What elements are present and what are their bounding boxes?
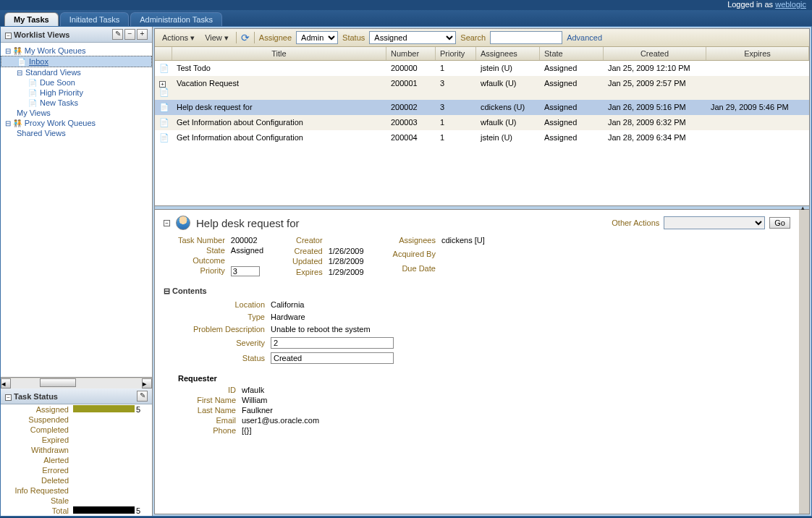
acquired-by-value xyxy=(441,250,485,262)
problem-value: Unable to reboot the system xyxy=(271,325,790,334)
outcome-label: Outcome xyxy=(178,256,225,265)
severity-input[interactable] xyxy=(271,337,394,349)
state-label: State xyxy=(178,246,225,255)
status-row-deleted: Deleted xyxy=(1,475,152,485)
col-expires[interactable]: Expires xyxy=(706,47,809,60)
doc-icon: 📄 xyxy=(28,99,37,107)
go-button[interactable]: Go xyxy=(769,217,790,229)
assignees-label: Assignees xyxy=(393,236,436,248)
sidebar-item-my-views[interactable]: My Views xyxy=(1,108,152,118)
main-tabs: My Tasks Initiated Tasks Administration … xyxy=(0,10,812,26)
row-doc-icon: 📄 xyxy=(159,88,169,96)
queue-icon: ⊟ 🧑‍🤝‍🧑 xyxy=(5,119,22,127)
table-row[interactable]: 📄 Get Information about Configuration200… xyxy=(155,130,809,145)
col-number[interactable]: Number xyxy=(386,47,436,60)
updated-label: Updated xyxy=(292,257,323,266)
type-label: Type xyxy=(178,313,265,321)
status-row-total: Total5 xyxy=(1,506,152,516)
sidebar-hscroll[interactable]: ◂ ▸ xyxy=(1,377,152,388)
other-actions-select[interactable] xyxy=(664,216,765,229)
row-doc-icon: 📄 xyxy=(159,118,169,127)
priority-input[interactable] xyxy=(231,266,260,276)
sidebar-item-my-work-queues[interactable]: ⊟ 🧑‍🤝‍🧑My Work Queues xyxy=(1,46,152,56)
sidebar-item-due-soon[interactable]: 📄Due Soon xyxy=(1,77,152,88)
requester-firstname-label: First Name xyxy=(178,396,236,404)
created-label: Created xyxy=(292,247,323,256)
sidebar-item-shared-views[interactable]: Shared Views xyxy=(1,128,152,138)
person-icon xyxy=(176,216,190,230)
status-select[interactable]: Assigned xyxy=(369,31,456,44)
requester-email-value: user1@us.oracle.com xyxy=(242,416,790,425)
collapse-icon[interactable]: − xyxy=(5,394,12,401)
requester-email-label: Email xyxy=(178,416,236,425)
table-row[interactable]: 📄 Get Information about Configuration200… xyxy=(155,115,809,130)
task-toolbar: Actions ▾ View ▾ ⟳ Assignee Admin Status… xyxy=(155,29,809,47)
status-row-withdrawn: Withdrawn xyxy=(1,445,152,455)
toolbar-separator xyxy=(236,32,237,43)
col-title[interactable]: Title xyxy=(172,47,386,60)
doc-icon: 📄 xyxy=(17,58,26,66)
sidebar-item-new-tasks[interactable]: 📄New Tasks xyxy=(1,98,152,108)
table-row[interactable]: 📄 Help desk request for2000023cdickens (… xyxy=(155,100,809,115)
edit-icon[interactable]: ✎ xyxy=(112,29,123,40)
task-rows: 📄 Test Todo2000001jstein (U)AssignedJan … xyxy=(155,61,809,205)
priority-label: Priority xyxy=(178,266,225,276)
col-assignees[interactable]: Assignees xyxy=(476,47,540,60)
scroll-left-icon[interactable]: ◂ xyxy=(1,378,11,388)
severity-label: Severity xyxy=(178,339,265,347)
requester-id-value: wfaulk xyxy=(242,386,790,394)
toolbar-separator xyxy=(254,32,255,43)
status-row-assigned: Assigned5 xyxy=(1,404,152,415)
actions-menu[interactable]: Actions ▾ xyxy=(159,33,198,43)
sidebar-item-standard-views[interactable]: ⊟Standard Views xyxy=(1,67,152,77)
location-value: California xyxy=(271,300,790,309)
sidebar-item-inbox[interactable]: 📄Inbox xyxy=(1,56,152,67)
content-status-input[interactable] xyxy=(271,352,394,364)
task-detail: − Help desk request for Other Actions Go… xyxy=(155,210,809,514)
col-created[interactable]: Created xyxy=(604,47,706,60)
collapse-icon[interactable]: − xyxy=(164,220,170,226)
expand-icon[interactable]: + xyxy=(159,81,166,88)
tab-my-tasks[interactable]: My Tasks xyxy=(4,12,59,26)
created-value: 1/26/2009 xyxy=(329,247,364,256)
col-state[interactable]: State xyxy=(540,47,604,60)
task-status-title: Task Status xyxy=(14,392,58,401)
minus-icon[interactable]: − xyxy=(124,29,135,40)
assignee-select[interactable]: Admin xyxy=(296,31,338,44)
table-row[interactable]: + 📄 Vacation Request2000013wfaulk (U)Ass… xyxy=(155,76,809,100)
sidebar-item-proxy-work-queues[interactable]: ⊟ 🧑‍🤝‍🧑Proxy Work Queues xyxy=(1,118,152,128)
row-doc-icon: 📄 xyxy=(159,64,169,72)
sidebar-item-high-priority[interactable]: 📄High Priority xyxy=(1,88,152,98)
col-priority[interactable]: Priority xyxy=(436,47,476,60)
scroll-thumb[interactable] xyxy=(40,378,76,387)
expires-label: Expires xyxy=(292,268,323,277)
table-row[interactable]: 📄 Test Todo2000001jstein (U)AssignedJan … xyxy=(155,61,809,76)
tab-initiated-tasks[interactable]: Initiated Tasks xyxy=(60,12,130,26)
doc-icon: 📄 xyxy=(28,79,37,87)
view-menu[interactable]: View ▾ xyxy=(202,33,232,43)
detail-meta: Task Number200002 StateAssigned Outcome … xyxy=(178,236,790,276)
tab-administration-tasks[interactable]: Administration Tasks xyxy=(130,12,222,26)
creator-label: Creator xyxy=(292,236,323,245)
scroll-right-icon[interactable]: ▸ xyxy=(142,378,152,388)
task-number-value: 200002 xyxy=(231,236,263,245)
task-number-label: Task Number xyxy=(178,236,225,245)
status-row-stale: Stale xyxy=(1,496,152,506)
advanced-link[interactable]: Advanced xyxy=(567,33,602,42)
scroll-track[interactable] xyxy=(11,378,142,388)
user-link[interactable]: weblogic xyxy=(775,0,806,9)
plus-icon[interactable]: + xyxy=(137,29,148,40)
status-row-alerted: Alerted xyxy=(1,455,152,465)
search-input[interactable] xyxy=(490,31,562,44)
requester-phone-label: Phone xyxy=(178,426,236,435)
logged-in-label: Logged in as xyxy=(727,0,775,9)
state-value: Assigned xyxy=(231,246,263,255)
requester-phone-value: [{}] xyxy=(242,426,790,435)
outcome-value xyxy=(231,256,263,265)
edit-icon[interactable]: ✎ xyxy=(137,391,148,402)
refresh-icon[interactable]: ⟳ xyxy=(241,32,250,43)
page-header: Logged in as weblogic xyxy=(0,0,812,10)
collapse-icon[interactable]: − xyxy=(5,33,12,39)
contents-header[interactable]: Contents xyxy=(164,286,790,296)
vscroll-thumb[interactable] xyxy=(799,210,809,268)
